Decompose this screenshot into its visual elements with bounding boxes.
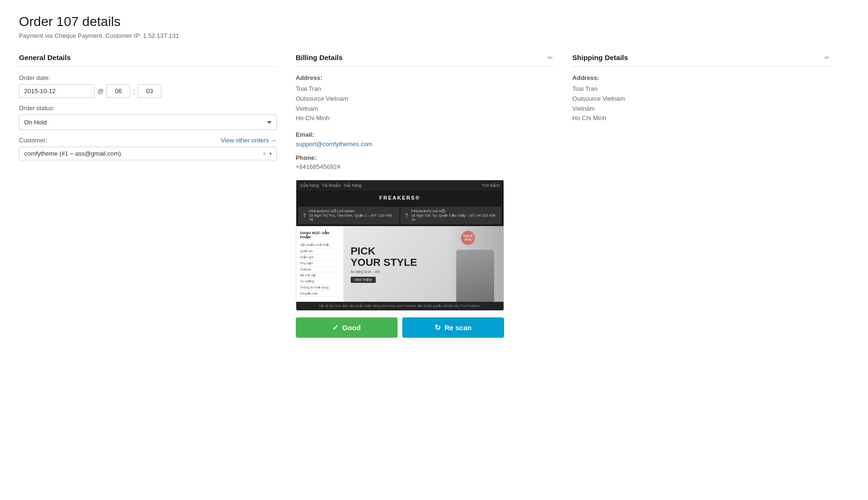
shipping-details-section: Shipping Details ✏ Address: Toai Tran Ou… [572,53,849,123]
billing-address-label: Address: [296,74,554,81]
billing-email-link[interactable]: support@comfythemes.com [296,140,372,148]
good-button[interactable]: ✓ Good [296,317,398,338]
customer-dropdown-icon[interactable]: ▾ [269,151,272,156]
good-button-label: Good [342,324,361,332]
preview-footer-text: Tất cả các hình ảnh sản phẩm được đăng t… [319,304,481,308]
billing-details-title: Billing Details [296,53,343,61]
general-details-title: General Details [19,53,71,61]
general-details-section: General Details Order date: @ : Order st… [19,53,296,160]
preview-footer: Tất cả các hình ảnh sản phẩm được đăng t… [296,302,504,310]
billing-phone-label: Phone: [296,154,554,161]
sidebar-menu-title: DANH MỤC SẢN PHẨM [300,231,339,239]
sidebar-menu-item-2: Quần áo [300,248,339,254]
sidebar-menu-item-9: Khuyến mãi [300,291,339,297]
billing-email-label: Email: [296,131,554,138]
preview-site-header: FREAKERS® [296,191,504,205]
preview-nav-item-1: Cửa hàng [300,183,319,188]
customer-clear-button[interactable]: × [263,150,266,157]
hero-model [447,226,504,302]
billing-address-city: Ho Chi Minh [296,114,554,123]
billing-edit-icon[interactable]: ✏ [548,54,553,61]
location-box-1: 📍 FREAKERS HỒ CHÍ MINH15 Ngô Thị Thu, Tâ… [298,207,399,224]
rescan-button-label: Re scan [444,324,472,332]
sidebar-menu-item-3: Giảm giá [300,254,339,261]
order-date-label: Order date: [19,74,277,81]
customer-controls: × ▾ [263,150,272,157]
time-colon: : [133,88,135,95]
hero-heading: PICKYOUR STYLE [351,246,417,268]
order-date-input[interactable] [19,84,95,98]
customer-value: comfytheme (#1 – ass@gmail.com) [24,150,263,157]
page-subtitle: Payment via Cheque Payment. Customer IP:… [19,32,849,39]
rescan-button[interactable]: ↻ Re scan [402,317,504,338]
hero-cta-btn: XEM THÊM [351,277,376,283]
location-text-2: FREAKERS HÀ NỘI18 Ngõ Tức Tự, Quận Cầu G… [411,209,498,222]
site-logo: FREAKERS® [379,195,420,201]
order-hour-input[interactable] [106,84,130,98]
order-minute-input[interactable] [138,84,161,98]
view-orders-link[interactable]: View other orders → [221,137,276,144]
shipping-details-title: Shipping Details [572,53,628,61]
general-details-header: General Details [19,53,277,67]
billing-details-section: Billing Details ✏ Address: Toai Tran Out… [296,53,573,338]
order-status-label: Order status: [19,105,277,112]
preview-nav-item-4: Tìm kiếm [482,183,500,188]
location-pin-1: 📍 [302,213,307,218]
billing-address-company: Outsource Vietnam [296,94,554,104]
model-silhouette [456,250,494,302]
shipping-address-label: Address: [572,74,830,81]
billing-details-header: Billing Details ✏ [296,53,554,67]
site-preview: Cửa hàng Tài khoản Giỏ hàng Tìm kiếm FRE… [296,180,504,311]
location-pin-2: 📍 [404,213,409,218]
preview-nav-item-2: Tài khoản [322,183,341,188]
billing-address-name: Toai Tran [296,84,554,94]
hero-area: PICKYOUR STYLE Áo đứng từ 18 - 169 XEM T… [344,226,504,302]
location-box-2: 📍 FREAKERS HÀ NỘI18 Ngõ Tức Tự, Quận Cầu… [400,207,502,224]
shipping-address-company: Outsource Vietnam [572,94,830,104]
sidebar-menu-item-7: Xu hướng [300,279,339,285]
bottom-bar: ✓ Good ↻ Re scan [296,317,504,338]
rescan-icon: ↻ [434,323,441,332]
page-title: Order 107 details [19,14,849,29]
sidebar-menu-item-1: Sản phẩm mới nhất [300,242,339,248]
hero-sub: Áo đứng từ 18 - 169 [351,270,417,274]
sidebar-menu-item-5: Outlook [300,267,339,272]
billing-phone-value: +841685456924 [296,163,554,170]
shipping-address-name: Toai Tran [572,84,830,94]
date-row: @ : [19,84,277,98]
billing-address-country: Vietnam [296,104,554,114]
preview-nav-bar: Cửa hàng Tài khoản Giỏ hàng Tìm kiếm [296,180,504,191]
customer-row: Customer: View other orders → [19,137,277,144]
preview-nav-item-3: Giỏ hàng [344,183,362,188]
sidebar-menu-item-6: Bộ sưu tập [300,272,339,279]
customer-select[interactable]: comfytheme (#1 – ass@gmail.com) × ▾ [19,147,277,160]
sidebar-menu-item-4: Phụ kiện [300,261,339,267]
shipping-address-country: Vietnam [572,104,830,114]
sections-row: General Details Order date: @ : Order st… [19,53,849,338]
preview-location-bar: 📍 FREAKERS HỒ CHÍ MINH15 Ngô Thị Thu, Tâ… [296,205,504,226]
shipping-address-city: Ho Chi Minh [572,114,830,123]
at-symbol: @ [97,88,104,95]
check-icon: ✓ [332,323,338,332]
shipping-details-header: Shipping Details ✏ [572,53,830,67]
preview-content: DANH MỤC SẢN PHẨM Sản phẩm mới nhất Quần… [296,226,504,302]
shipping-edit-icon[interactable]: ✏ [824,54,830,61]
customer-label: Customer: [19,137,47,144]
sidebar-menu: DANH MỤC SẢN PHẨM Sản phẩm mới nhất Quần… [296,226,344,302]
location-text-1: FREAKERS HỒ CHÍ MINH15 Ngô Thị Thu, Tân … [309,209,396,222]
sidebar-menu-item-8: Thông tin thời trang [300,285,339,291]
order-status-select[interactable]: On Hold Pending Payment Processing Compl… [19,114,277,130]
hero-text-block: PICKYOUR STYLE Áo đứng từ 18 - 169 XEM T… [351,246,417,283]
